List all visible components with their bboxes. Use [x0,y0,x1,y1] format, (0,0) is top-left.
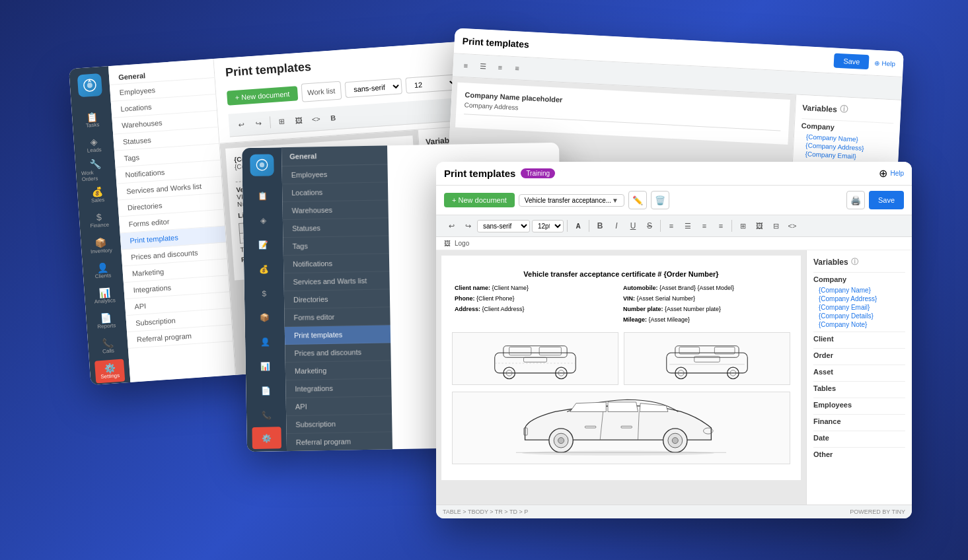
front-align-right[interactable]: ≡ [697,219,712,233]
front-color-btn[interactable]: A [571,219,585,233]
align-right[interactable]: ≡ [492,60,507,75]
front-var-company-name[interactable]: {Company Name} [813,286,905,295]
dark-logo [250,154,274,176]
dark-sidebar-tasks[interactable]: 📋 [248,185,278,207]
svg-point-3 [260,162,264,167]
sidebar-leads[interactable]: ◈ Leads [79,133,109,157]
dark-menu-forms-editor[interactable]: Forms editor [284,307,390,327]
dark-menu-referral[interactable]: Referral program [287,432,392,451]
client-value: {Client Name} [492,285,529,291]
sidebar-tasks[interactable]: 📋 Tasks [77,108,107,132]
font-selector[interactable]: sans-serif [344,78,402,98]
front-var-company-email[interactable]: {Company Email} [813,303,905,312]
dark-menu-notifications[interactable]: Notifications [283,254,389,273]
front-redo[interactable]: ↪ [461,219,475,233]
dark-menu-directories[interactable]: Directories [284,289,390,309]
sidebar-work-orders[interactable]: 🔧 Work Orders [81,158,111,182]
sidebar-calls[interactable]: 📞 Calls [93,333,123,358]
svg-point-1 [87,83,93,88]
work-list-tab[interactable]: Work list [301,81,342,102]
back-right-save-button[interactable]: Save [834,53,870,70]
dark-sidebar-clients[interactable]: 👤 [250,331,280,353]
dark-sidebar-sales[interactable]: 💰 [249,258,279,281]
sidebar-inventory[interactable]: 📦 Inventory [86,233,116,258]
dark-menu-employees[interactable]: Employees [282,164,388,184]
front-italic[interactable]: I [609,219,624,233]
front-toolbar: + New document Vehicle transfer acceptan… [436,186,912,215]
front-code-btn[interactable]: <> [785,219,800,233]
dark-menu-marketing[interactable]: Marketing [285,361,391,380]
align-left[interactable]: ≡ [458,58,473,73]
front-undo[interactable]: ↩ [444,219,459,233]
dark-menu-subscription[interactable]: Subscription [286,414,392,434]
front-var-date: Date [813,431,905,444]
front-size-selector[interactable]: 12pt [532,220,564,232]
vin-label-front: VIN: [623,295,635,302]
front-var-company-note[interactable]: {Company Note} [813,320,905,329]
front-bold[interactable]: B [593,219,607,233]
front-header: Print templates Training ⊕ Help [436,162,912,186]
front-var-company-addr[interactable]: {Company Address} [813,295,905,303]
align-justify[interactable]: ≡ [509,61,525,76]
template-dropdown[interactable]: Vehicle transfer acceptance... ▼ [519,194,624,207]
sidebar-reports[interactable]: 📄 Reports [91,308,122,333]
front-image-btn[interactable]: 🖼 [752,219,766,233]
front-underline[interactable]: U [626,219,640,233]
sidebar-finance[interactable]: $ Finance [84,208,114,232]
svg-rect-7 [539,347,561,355]
front-table-btn[interactable]: ⊞ [735,219,750,233]
front-doc-area: Vehicle transfer acceptance certificate … [436,250,806,505]
sidebar-sales[interactable]: 💰 Sales [82,183,112,207]
dark-sidebar-analytics[interactable]: 📊 [251,355,281,378]
dark-menu-tags[interactable]: Tags [283,236,389,256]
front-align-left[interactable]: ≡ [664,219,679,233]
front-font-selector[interactable]: sans-serif [477,220,530,232]
dark-menu-api[interactable]: API [286,396,392,416]
front-align-center[interactable]: ☰ [681,219,695,233]
dark-sidebar-calls[interactable]: 📞 [252,404,281,427]
undo-button[interactable]: ↩ [234,117,249,132]
table-icon[interactable]: ⊞ [274,114,289,129]
front-edit-icon[interactable]: ✏️ [628,191,647,209]
code-icon[interactable]: <> [309,112,324,127]
front-print-button[interactable]: 🖨️ [846,191,865,209]
dark-sidebar-orders[interactable]: 📝 [248,234,278,256]
dark-sidebar: 📋 ◈ 📝 💰 $ 📦 👤 📊 📄 [242,147,287,452]
front-var-asset: Asset [813,365,905,378]
back-right-help[interactable]: ⊕ Help [874,59,895,67]
front-delete-icon[interactable]: 🗑️ [651,191,669,209]
image-icon[interactable]: 🖼 [291,112,307,127]
front-vars-title: Variables ⓘ [813,257,905,267]
front-var-company-details[interactable]: {Company Details} [813,312,905,320]
redo-button[interactable]: ↪ [251,116,266,131]
dark-menu-integrations[interactable]: Integrations [285,378,391,398]
dark-menu-locations[interactable]: Locations [282,182,388,202]
front-align-justify[interactable]: ≡ [714,219,728,233]
front-new-button[interactable]: + New document [444,193,515,207]
front-save-button[interactable]: Save [869,191,904,209]
front-merge-cells[interactable]: ⊟ [768,219,783,233]
align-center[interactable]: ☰ [475,59,490,74]
sidebar-settings[interactable]: ⚙️ Settings [94,359,125,383]
dark-menu-statuses[interactable]: Statuses [283,218,389,238]
dark-sidebar-finance[interactable]: $ [250,282,279,304]
vin-value: {Asset Serial Number} [637,295,696,302]
dark-sidebar-settings[interactable]: ⚙️ [252,427,281,449]
address-label: Address: [455,306,480,312]
dark-menu-prices[interactable]: Prices and discounts [285,343,391,363]
dark-menu-warehouses[interactable]: Warehouses [282,200,388,220]
sidebar-analytics[interactable]: 📊 Analytics [89,283,120,308]
dark-menu-print-templates[interactable]: Print templates [285,325,391,345]
front-strikethrough[interactable]: S [642,219,657,233]
back-right-title: Print templates [462,36,529,50]
new-document-button[interactable]: + New document [227,86,298,105]
front-help[interactable]: ⊕ Help [879,167,904,180]
logo-row: 🖼 Logo [436,237,912,250]
dark-sidebar-reports[interactable]: 📄 [251,380,281,402]
dark-menu-services[interactable]: Services and Warts list [283,271,389,291]
sidebar-clients[interactable]: 👤 Clients [87,258,118,283]
dark-sidebar-leads[interactable]: ◈ [248,209,278,232]
bold-button[interactable]: B [326,110,341,125]
dark-sidebar-inventory[interactable]: 📦 [250,306,279,329]
font-size-selector[interactable]: 12 [405,74,459,94]
